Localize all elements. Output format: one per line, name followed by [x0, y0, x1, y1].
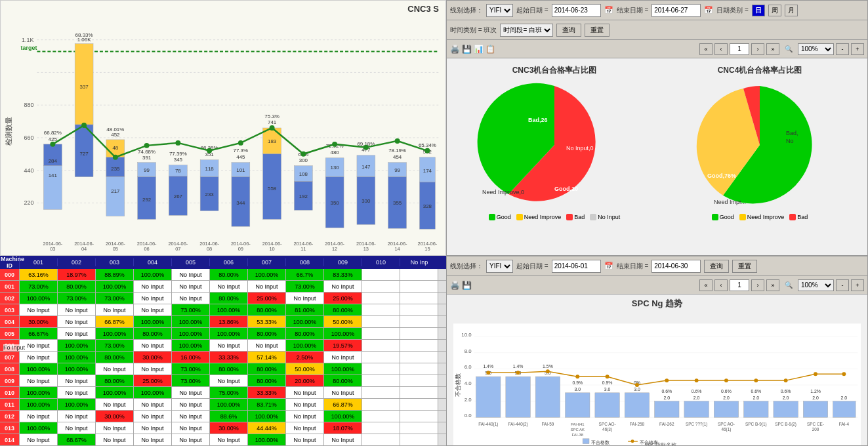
svg-point-222 — [784, 378, 788, 382]
svg-text:11: 11 — [300, 246, 306, 252]
svg-text:741: 741 — [268, 119, 277, 125]
query-btn-1[interactable]: 查询 — [556, 24, 581, 37]
svg-text:SPC AO-: SPC AO- — [718, 422, 735, 426]
table-cell-empty — [400, 352, 438, 363]
table-cell: 100.00% — [210, 328, 248, 339]
reset-btn-1[interactable]: 重置 — [585, 24, 610, 37]
table-cell: No Input — [20, 304, 58, 315]
table-row: 00566.67%No Input100.00%80.00%100.00%100… — [0, 328, 446, 340]
zoom-plus-btn-2[interactable]: + — [851, 279, 864, 291]
table-cell: 80.00% — [248, 363, 286, 375]
table-cell: No Input — [134, 422, 172, 434]
table-cell: No Input — [172, 399, 210, 410]
table-row: 006No Input100.00%73.00%No Input100.00%N… — [0, 340, 446, 352]
nav-next-btn-2[interactable]: › — [751, 279, 764, 291]
table-cell: 100.00% — [172, 316, 210, 327]
zoom-minus-btn-1[interactable]: - — [836, 43, 849, 55]
table-cell: 30.00% — [20, 316, 58, 327]
table-cell: 66.87% — [96, 316, 134, 327]
end-date-label-1: 结束日期 = — [617, 6, 649, 15]
svg-text:target: target — [21, 45, 37, 51]
nav-prev-btn-2[interactable]: ‹ — [714, 279, 728, 291]
calendar-icon-1[interactable]: 📅 — [604, 6, 613, 14]
nav-page-input-1[interactable] — [730, 43, 749, 55]
start-date-input-2[interactable] — [552, 260, 601, 273]
nav-prev-btn-1[interactable]: ‹ — [714, 43, 728, 55]
start-date-input-1[interactable] — [552, 4, 601, 17]
reset-btn-2[interactable]: 重置 — [732, 260, 757, 273]
svg-text:14: 14 — [394, 246, 400, 252]
svg-rect-200 — [774, 401, 798, 418]
svg-text:101: 101 — [236, 167, 245, 173]
svg-text:检测数量: 检测数量 — [5, 117, 12, 146]
svg-text:233: 233 — [205, 192, 214, 197]
left-panel: CNC3 S 检测数量 target 1.1K — [0, 0, 446, 446]
svg-point-228 — [631, 439, 634, 443]
pie2-container: Good,76% Need Impr... Bad, No — [674, 79, 845, 211]
svg-text:2.0: 2.0 — [664, 395, 671, 400]
line-select-2[interactable]: YIFI — [486, 260, 513, 273]
svg-point-126 — [207, 148, 212, 153]
nav-next-btn-1[interactable]: › — [751, 43, 764, 55]
svg-rect-191 — [714, 401, 738, 418]
svg-text:12: 12 — [332, 246, 337, 252]
end-date-input-1[interactable] — [651, 4, 701, 17]
nav-page-input-2[interactable] — [730, 279, 749, 291]
nav-first-btn-1[interactable]: « — [699, 43, 713, 55]
period-day-btn[interactable]: 日 — [752, 5, 765, 16]
period-week-btn[interactable]: 周 — [768, 5, 781, 16]
zoom-plus-btn-1[interactable]: + — [851, 43, 864, 55]
svg-text:0.6%: 0.6% — [781, 389, 791, 394]
row-id-cell: 014 — [0, 434, 20, 445]
table-cell: 33.33% — [210, 352, 248, 363]
nav-last-btn-1[interactable]: » — [766, 43, 779, 55]
right-panel: 线别选择： YIFI 起始日期 = 📅 结束日期 = 📅 日期类别 = 日 周 … — [446, 0, 868, 446]
legend-label-good-1: Good — [497, 214, 511, 220]
table-cell: 100.00% — [210, 399, 248, 410]
table-cell: 63.16% — [20, 269, 58, 280]
svg-text:0.6%: 0.6% — [692, 389, 702, 394]
table-body: 00063.16%18.97%88.89%100.00%No Input80.0… — [0, 269, 446, 446]
svg-text:SPC B-9(2): SPC B-9(2) — [775, 422, 796, 427]
line-select-1[interactable]: YIFI — [486, 4, 513, 17]
table-cell: 53.33% — [248, 316, 286, 327]
calendar-icon-2[interactable]: 📅 — [704, 6, 713, 14]
svg-text:Bad,: Bad, — [786, 130, 798, 136]
svg-text:99: 99 — [144, 167, 150, 173]
period-month-btn[interactable]: 月 — [785, 5, 798, 16]
zoom-select-2[interactable]: 100% 75% — [798, 279, 834, 291]
table-row: 00430.00%No Input66.87%100.00%100.00%13.… — [0, 316, 446, 328]
time-range-select[interactable]: 时间段= 白班 — [500, 24, 553, 37]
svg-text:3.0: 3.0 — [574, 387, 581, 392]
svg-text:68.33%: 68.33% — [75, 32, 93, 38]
nav-row-1: 🖨️ 💾 📊 📋 « ‹ › » 🔍 100% 75% 50% - + — [447, 40, 867, 58]
svg-text:6.0: 6.0 — [465, 364, 472, 370]
row-id-cell: 000 — [0, 269, 20, 280]
zoom-minus-btn-2[interactable]: - — [836, 279, 849, 291]
svg-text:77.3%: 77.3% — [234, 148, 249, 153]
legend-good-1: Good — [489, 214, 511, 220]
svg-point-212 — [486, 371, 490, 375]
table-cell-empty — [400, 304, 438, 315]
end-date-input-2[interactable] — [651, 260, 701, 273]
zoom-select-1[interactable]: 100% 75% 50% — [798, 43, 834, 55]
calendar-icon-3[interactable]: 📅 — [604, 262, 613, 270]
table-cell: 100.00% — [134, 316, 172, 327]
svg-text:267: 267 — [174, 193, 183, 199]
table-cell: 80.00% — [134, 328, 172, 339]
col-header-004: 004 — [134, 258, 172, 266]
table-cell: No Input — [96, 399, 134, 410]
nav-first-btn-2[interactable]: « — [699, 279, 713, 291]
table-cell: 88.89% — [96, 269, 134, 280]
svg-text:0.9%: 0.9% — [602, 380, 613, 385]
nav-last-btn-2[interactable]: » — [766, 279, 779, 291]
svg-rect-0 — [1, 1, 445, 255]
bottom-table: Machine ID 001 002 003 004 005 006 007 0… — [0, 256, 446, 446]
svg-text:147: 147 — [362, 164, 371, 170]
legend-dot-good-2 — [712, 214, 718, 220]
svg-text:74.68%: 74.68% — [138, 149, 155, 155]
query-btn-2[interactable]: 查询 — [704, 260, 729, 273]
table-cell-empty — [362, 387, 400, 398]
main-container: CNC3 S 检测数量 target 1.1K — [0, 0, 868, 446]
table-cell: 73.00% — [96, 293, 134, 304]
